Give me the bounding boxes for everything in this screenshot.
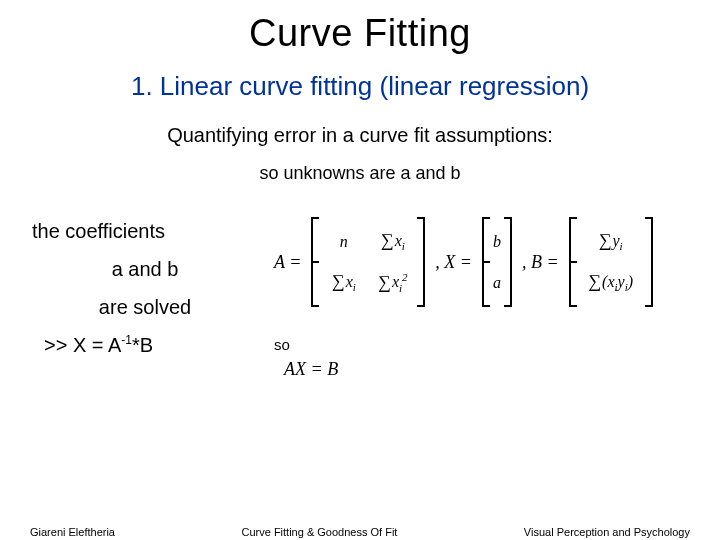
X-r1: b [493, 233, 501, 251]
A-r1c2: xi [381, 230, 405, 252]
coeff-text-3: are solved [30, 288, 260, 326]
cmd-suffix: *B [132, 334, 153, 356]
B-r1: yi [599, 230, 623, 252]
unknowns-line: so unknowns are a and b [0, 163, 720, 184]
footer: Giareni Eleftheria Curve Fitting & Goodn… [0, 526, 720, 538]
so-label: so [274, 336, 690, 353]
matrix-B: yi (xiyi) [569, 217, 653, 307]
matlab-command: >> X = A-1*B [30, 326, 260, 364]
footer-center: Curve Fitting & Goodness Of Fit [241, 526, 397, 538]
slide-title: Curve Fitting [0, 12, 720, 55]
left-column: the coefficients a and b are solved >> X… [30, 212, 260, 364]
matrix-A: n xi xi xi2 [311, 217, 425, 307]
label-X: , X = [431, 252, 476, 273]
label-A: A = [270, 252, 305, 273]
cmd-exponent: -1 [121, 333, 132, 347]
cmd-prefix: >> X = A [44, 334, 121, 356]
matrix-X: b a [482, 217, 512, 307]
footer-right: Visual Perception and Psychology [524, 526, 690, 538]
matrix-equation: AX = B [284, 359, 338, 379]
A-r2c2: xi2 [378, 271, 408, 294]
X-r2: a [493, 274, 501, 292]
so-block: so AX = B [270, 336, 690, 380]
A-r2c1: xi [332, 271, 356, 293]
footer-left: Giareni Eleftheria [30, 526, 115, 538]
A-r1c1: n [340, 233, 348, 251]
coeff-text-2: a and b [30, 250, 260, 288]
matrix-definitions: A = n xi xi xi2 , X = b a [270, 202, 690, 322]
coeff-text-1: the coefficients [30, 212, 260, 250]
label-B: , B = [518, 252, 563, 273]
body-area: the coefficients a and b are solved >> X… [0, 202, 720, 432]
slide-subtitle: 1. Linear curve fitting (linear regressi… [0, 71, 720, 102]
math-area: A = n xi xi xi2 , X = b a [270, 202, 690, 380]
assumptions-line: Quantifying error in a curve fit assumpt… [0, 124, 720, 147]
B-r2: (xiyi) [588, 271, 633, 293]
